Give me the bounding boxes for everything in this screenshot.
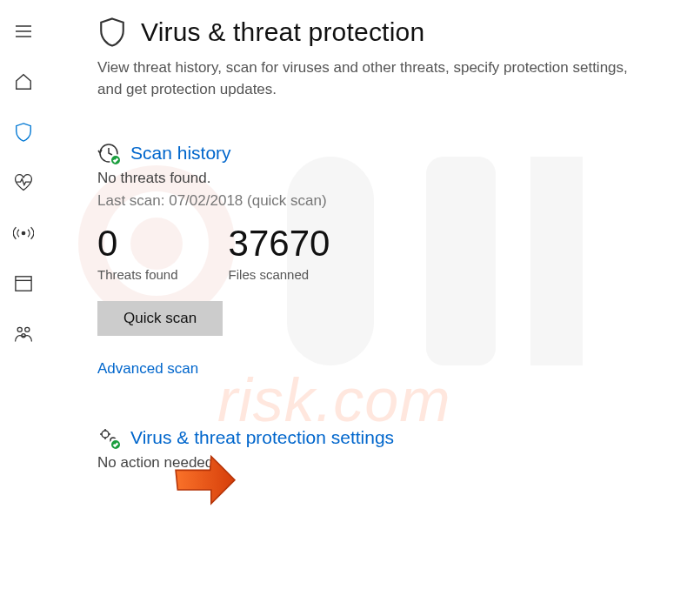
sidebar-app-browser[interactable] [3,266,44,301]
threats-label: Threats found [97,267,178,282]
svg-point-9 [22,231,24,234]
page-title: Virus & threat protection [141,17,424,47]
family-icon [13,325,34,344]
advanced-scan-link[interactable]: Advanced scan [97,360,198,378]
network-icon [13,224,34,242]
main-content: Virus & threat protection View threat hi… [97,16,687,472]
scan-stats: 0 Threats found 37670 Files scanned [97,224,687,282]
files-label: Files scanned [229,267,330,282]
page-description: View threat history, scan for viruses an… [97,57,637,100]
sidebar-menu-button[interactable] [3,14,44,49]
svg-point-12 [17,327,22,331]
home-icon [14,72,33,91]
page-header: Virus & threat protection [97,16,687,49]
window-icon [14,275,33,292]
settings-status: No action needed. [97,454,687,472]
svg-rect-10 [16,277,31,291]
heart-icon [13,173,34,192]
settings-icon [97,426,120,449]
sidebar-family[interactable] [3,317,44,352]
last-scan-info: Last scan: 07/02/2018 (quick scan) [97,192,687,210]
scan-history-link[interactable]: Scan history [130,143,231,164]
scan-status: No threats found. [97,170,687,187]
sidebar-virus-protection[interactable] [3,115,44,150]
svg-point-16 [102,431,109,438]
threats-value: 0 [97,224,178,264]
files-stat: 37670 Files scanned [229,224,330,282]
quick-scan-button[interactable]: Quick scan [97,301,223,336]
sidebar-device-health[interactable] [3,165,44,200]
svg-point-13 [25,327,30,331]
threats-stat: 0 Threats found [97,224,178,282]
files-value: 37670 [229,224,330,264]
sidebar [0,0,47,616]
settings-header: Virus & threat protection settings [97,426,687,449]
shield-icon [14,122,33,143]
shield-icon [97,16,127,49]
sidebar-firewall-network[interactable] [3,216,44,251]
menu-icon [15,24,32,38]
sidebar-home[interactable] [3,64,44,99]
scan-history-header: Scan history [97,142,687,164]
protection-settings-section: Virus & threat protection settings No ac… [97,426,687,472]
history-icon [97,142,120,164]
protection-settings-link[interactable]: Virus & threat protection settings [130,427,394,448]
scan-history-section: Scan history No threats found. Last scan… [97,142,687,378]
